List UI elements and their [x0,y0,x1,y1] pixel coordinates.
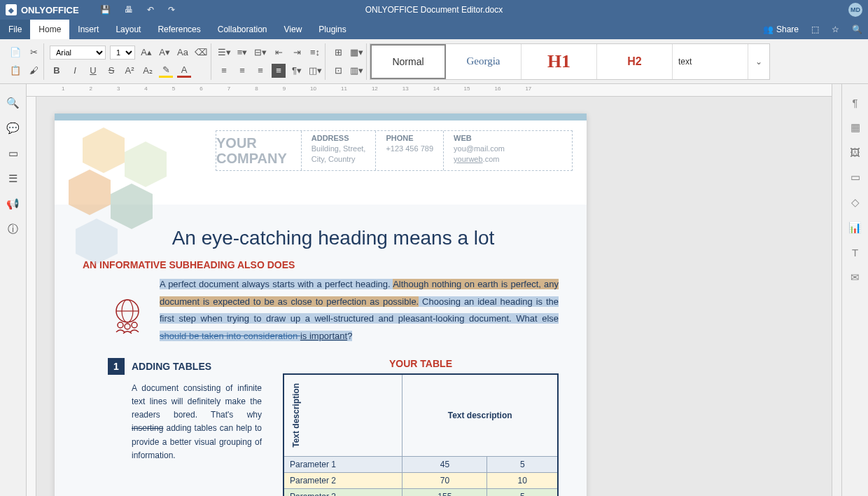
style-h2[interactable]: H2 [597,44,673,79]
align-right-icon[interactable]: ≡ [253,64,267,78]
copy-icon[interactable]: 📄 [8,46,22,60]
table-row: Parameter 31555 [284,488,558,496]
svg-marker-3 [111,184,153,229]
logo-icon: ◆ [6,4,17,15]
document-title: ONLYOFFICE Document Editor.docx [365,5,503,15]
vertical-scrollbar[interactable] [832,84,841,496]
share-button[interactable]: 👥 Share [763,25,799,34]
indent-inc-icon[interactable]: ⇥ [290,46,304,60]
redo-icon[interactable]: ↷ [168,5,175,15]
highlight-color-button[interactable]: ✎ [159,64,173,78]
print-icon[interactable]: 🖶 [125,5,133,15]
indent-dec-icon[interactable]: ⇤ [272,46,286,60]
multilevel-icon[interactable]: ⊟▾ [253,46,267,60]
titlebar: ◆ ONLYOFFICE 💾 🖶 ↶ ↷ ONLYOFFICE Document… [0,0,868,20]
cut-icon[interactable]: ✂ [27,46,41,60]
about-icon[interactable]: ⓘ [8,223,18,236]
chart-settings-icon[interactable]: 📊 [848,221,862,234]
phone-block: PHONE +123 456 789 [375,131,443,170]
web-block: WEB you@mail.comyourweb.com [443,131,514,170]
menu-insert[interactable]: Insert [69,20,107,39]
insert-field-icon[interactable]: ⊞ [331,46,345,60]
image-settings-icon[interactable]: 🖼 [850,146,860,158]
toolbar-home: 📄✂ 📋🖌 Arial 11 A▴ A▾ Aa ⌫ B I U S A² A₂ … [0,39,868,84]
horizontal-ruler[interactable]: 1234567891011121314151617 [27,84,832,97]
menu-view[interactable]: View [276,20,311,39]
svg-point-9 [125,324,130,329]
styles-gallery: Normal Georgia H1 H2 text ⌄ [370,43,770,80]
search-icon[interactable]: 🔍 [852,25,862,34]
app-logo: ◆ ONLYOFFICE [6,4,79,15]
svg-point-10 [132,322,137,328]
bold-button[interactable]: B [50,64,64,78]
left-rail: 🔍 💬 ▭ ☰ 📢 ⓘ [0,84,27,496]
italic-button[interactable]: I [68,64,82,78]
shading-icon[interactable]: ◫▾ [308,64,322,78]
clear-style-icon[interactable]: ⌫ [194,46,208,60]
bullets-icon[interactable]: ☰▾ [217,46,231,60]
svg-marker-0 [83,128,125,173]
right-rail: ¶ ▦ 🖼 ▭ ◇ 📊 T ✉ [841,84,868,496]
strike-button[interactable]: S [104,64,118,78]
format-painter-icon[interactable]: 🖌 [27,64,41,78]
style-normal[interactable]: Normal [370,44,446,79]
insert-page-icon[interactable]: ⊡ [331,64,345,78]
save-icon[interactable]: 💾 [100,5,111,15]
underline-button[interactable]: U [86,64,100,78]
style-text[interactable]: text [673,44,748,79]
page[interactable]: YOURCOMPANY ADDRESS Building, Street,Cit… [55,113,587,496]
style-h1[interactable]: H1 [522,44,597,79]
styles-dropdown-icon[interactable]: ⌄ [748,44,769,79]
line-spacing-icon[interactable]: ≡↕ [308,46,322,60]
undo-icon[interactable]: ↶ [147,5,154,15]
numbering-icon[interactable]: ≡▾ [235,46,249,60]
change-case-icon[interactable]: Aa [176,46,190,60]
font-size-select[interactable]: 11 [110,46,135,60]
svg-marker-2 [69,170,111,215]
nonprinting-icon[interactable]: ¶▾ [290,64,304,78]
superscript-button[interactable]: A² [122,64,136,78]
navigation-icon[interactable]: ☰ [8,172,18,185]
paragraph-settings-icon[interactable]: ¶ [852,97,858,109]
paste-icon[interactable]: 📋 [8,64,22,78]
font-color-button[interactable]: A [177,64,191,78]
section-paragraph: A document consisting of infinite text l… [108,382,262,462]
data-table: Text descriptionText description Paramet… [283,373,559,496]
decrease-font-icon[interactable]: A▾ [158,46,172,60]
mail-settings-icon[interactable]: ✉ [850,271,860,284]
menu-home[interactable]: Home [30,20,69,39]
menu-file[interactable]: File [0,20,30,39]
app-name: ONLYOFFICE [21,5,79,15]
font-family-select[interactable]: Arial [50,46,106,60]
table-row: Parameter 1455 [284,456,558,472]
subscript-button[interactable]: A₂ [141,64,155,78]
menu-layout[interactable]: Layout [107,20,149,39]
comments-icon[interactable]: 💬 [6,122,20,135]
table-settings-icon[interactable]: ▦ [850,121,860,134]
find-icon[interactable]: 🔍 [6,97,20,109]
menu-collaboration[interactable]: Collaboration [209,20,276,39]
user-avatar[interactable]: MD [848,3,862,17]
columns-icon[interactable]: ▥▾ [349,64,363,78]
mailmerge-icon[interactable]: ▦▾ [349,46,363,60]
menu-references[interactable]: References [149,20,209,39]
favorite-icon[interactable]: ☆ [832,25,839,34]
align-left-icon[interactable]: ≡ [217,64,231,78]
align-center-icon[interactable]: ≡ [235,64,249,78]
open-location-icon[interactable]: ⬚ [811,25,819,34]
paragraph-selected: A perfect document always starts with a … [160,276,559,345]
textart-settings-icon[interactable]: T [852,247,858,259]
menu-plugins[interactable]: Plugins [310,20,354,39]
svg-point-8 [118,322,123,328]
table-title: YOUR TABLE [283,358,559,369]
shape-settings-icon[interactable]: ◇ [851,196,860,209]
svg-marker-4 [76,219,118,264]
feedback-icon[interactable]: 📢 [6,198,20,210]
chat-icon[interactable]: ▭ [8,147,18,160]
increase-font-icon[interactable]: A▴ [139,46,153,60]
decorative-cubes-icon [55,113,202,268]
header-settings-icon[interactable]: ▭ [850,171,860,184]
align-justify-icon[interactable]: ≡ [272,64,286,78]
style-georgia[interactable]: Georgia [446,44,522,79]
table-row: Parameter 27010 [284,472,558,488]
